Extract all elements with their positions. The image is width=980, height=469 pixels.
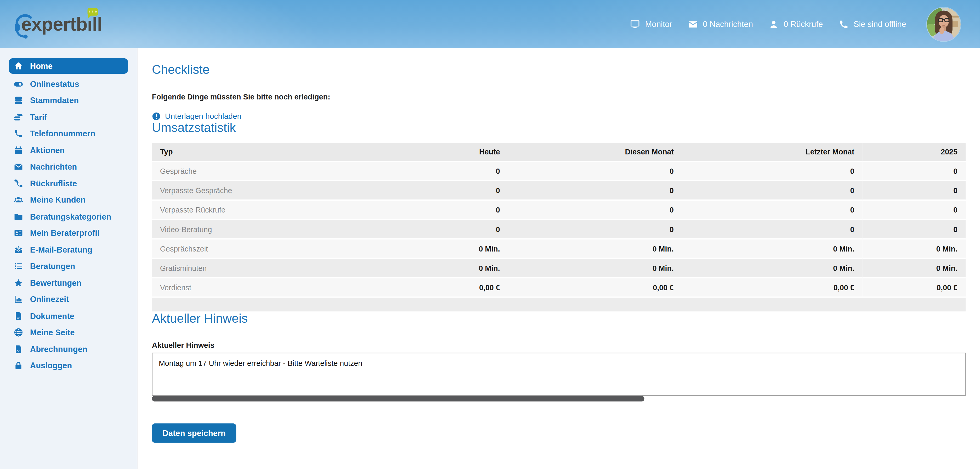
nav-nachrichten-label: 0 Nachrichten [703, 19, 753, 29]
headset-icon [14, 12, 33, 40]
checkliste-title: Checkliste [152, 62, 966, 77]
nav-rueckrufe-label: 0 Rückrufe [784, 19, 823, 29]
sidebar-item-beratungskategorien[interactable]: Beratungskategorien [0, 208, 137, 225]
horizontal-scrollbar-thumb[interactable] [152, 396, 644, 402]
save-button[interactable]: Daten speichern [152, 423, 236, 443]
cell: 0 Min. [862, 258, 966, 278]
umsatz-table: Typ Heute Diesen Monat Letzter Monat 202… [152, 143, 966, 298]
sidebar-item-label: Bewertungen [30, 278, 81, 288]
cell: 0 [352, 181, 508, 200]
row-label: Verpasste Gespräche [152, 181, 352, 200]
sidebar-item-label: Onlinezeit [30, 295, 69, 304]
col-letzter-monat: Letzter Monat [682, 143, 862, 161]
table-row: Gespräche 0 0 0 0 [152, 161, 966, 181]
table-footer-strip [152, 298, 966, 311]
sidebar-item-label: Rückrufliste [30, 179, 77, 188]
phone-icon [14, 129, 23, 139]
sidebar-item-label: E-Mail-Beratung [30, 245, 92, 254]
app: expertbıll Monitor 0 Nachrichten 0 Rückr… [0, 0, 980, 469]
sidebar-item-bewertungen[interactable]: Bewertungen [0, 274, 137, 291]
cell: 0 [508, 220, 682, 239]
row-label: Gespräche [152, 161, 352, 181]
list-icon [14, 262, 23, 271]
cell: 0 [862, 181, 966, 200]
cell: 0 [682, 181, 862, 200]
sidebar-item-onlinezeit[interactable]: Onlinezeit [0, 291, 137, 308]
umsatzstatistik-title: Umsatzstatistik [152, 121, 966, 135]
row-label: Verpasste Rückrufe [152, 200, 352, 220]
table-row: Verdienst 0,00 € 0,00 € 0,00 € 0,00 € [152, 278, 966, 297]
coins-icon [14, 113, 23, 122]
sidebar-item-label: Dokumente [30, 311, 74, 321]
cell: 0 [352, 220, 508, 239]
sidebar-item-beraterprofil[interactable]: Mein Beraterprofil [0, 225, 137, 241]
cell: 0 Min. [508, 258, 682, 278]
avatar[interactable] [927, 7, 961, 41]
nav-monitor[interactable]: Monitor [630, 19, 672, 29]
sidebar-item-aktionen[interactable]: Aktionen [0, 142, 137, 158]
hinweis-field-label: Aktueller Hinweis [152, 341, 966, 349]
users-icon [14, 195, 23, 205]
sidebar-item-stammdaten[interactable]: Stammdaten [0, 92, 137, 108]
cell: 0 [508, 161, 682, 181]
unterlagen-hochladen-link[interactable]: Unterlagen hochladen [152, 112, 966, 121]
logo-seg2: xpertb [31, 14, 87, 34]
cell: 0,00 € [682, 278, 862, 297]
sidebar-item-rueckrufliste[interactable]: Rückrufliste [0, 175, 137, 191]
star-icon [14, 278, 23, 288]
table-row: Gesprächszeit 0 Min. 0 Min. 0 Min. 0 Min… [152, 239, 966, 258]
bar-chart-icon [14, 295, 23, 304]
table-row: Video-Beratung 0 0 0 0 [152, 220, 966, 239]
cell: 0 [682, 220, 862, 239]
cell: 0 Min. [682, 258, 862, 278]
sidebar-item-nachrichten[interactable]: Nachrichten [0, 159, 137, 175]
sidebar-item-label: Beratungskategorien [30, 212, 111, 221]
hinweis-textarea[interactable]: Montag um 17 Uhr wieder erreichbar - Bit… [152, 353, 966, 396]
nav-nachrichten[interactable]: 0 Nachrichten [688, 19, 753, 29]
document-icon [14, 311, 23, 321]
sidebar-item-label: Meine Kunden [30, 195, 86, 205]
calendar-icon [14, 145, 23, 155]
header-nav: Monitor 0 Nachrichten 0 Rückrufe Sie sin… [630, 19, 906, 29]
cell: 0,00 € [352, 278, 508, 297]
sidebar-item-label: Stammdaten [30, 96, 79, 105]
sidebar-item-label: Telefonnummern [30, 129, 95, 139]
sidebar-item-home[interactable]: Home [9, 58, 128, 74]
sidebar-item-tarif[interactable]: Tarif [0, 109, 137, 125]
exclamation-circle-icon [152, 112, 161, 121]
cell: 0 [352, 161, 508, 181]
sidebar-item-label: Meine Seite [30, 328, 75, 337]
table-row: Verpasste Gespräche 0 0 0 0 [152, 181, 966, 200]
database-icon [14, 96, 23, 105]
nav-offline-status[interactable]: Sie sind offline [838, 19, 906, 29]
cell: 0 Min. [352, 258, 508, 278]
row-label: Video-Beratung [152, 220, 352, 239]
home-icon [14, 61, 23, 71]
sidebar-item-meine-kunden[interactable]: Meine Kunden [0, 191, 137, 208]
user-icon [769, 19, 779, 29]
nav-rueckrufe[interactable]: 0 Rückrufe [769, 19, 823, 29]
sidebar-item-telefonnummern[interactable]: Telefonnummern [0, 125, 137, 142]
envelope-icon [14, 162, 23, 172]
cell: 0 [682, 200, 862, 220]
brand-logo[interactable]: expertbıll [16, 14, 102, 34]
table-row: Gratisminuten 0 Min. 0 Min. 0 Min. 0 Min… [152, 258, 966, 278]
sidebar-item-abrechnungen[interactable]: Abrechnungen [0, 341, 137, 357]
cell: 0 [862, 200, 966, 220]
nav-offline-label: Sie sind offline [853, 19, 906, 29]
id-card-icon [14, 228, 23, 238]
sidebar-item-meine-seite[interactable]: Meine Seite [0, 324, 137, 341]
sidebar-item-beratungen[interactable]: Beratungen [0, 258, 137, 274]
cell: 0,00 € [862, 278, 966, 297]
sidebar-item-email-beratung[interactable]: $E-Mail-Beratung [0, 241, 137, 258]
table-row: Verpasste Rückrufe 0 0 0 0 [152, 200, 966, 220]
checkliste-intro: Folgende Dinge müssten Sie bitte noch er… [152, 93, 966, 101]
sidebar-item-onlinestatus[interactable]: Onlinestatus [0, 76, 137, 92]
file-pdf-icon [14, 345, 23, 354]
col-heute: Heute [352, 143, 508, 161]
sidebar-item-dokumente[interactable]: Dokumente [0, 308, 137, 324]
cell: 0 [352, 200, 508, 220]
sidebar-item-ausloggen[interactable]: Ausloggen [0, 357, 137, 374]
envelope-icon [688, 19, 698, 29]
phone-icon [838, 19, 848, 29]
